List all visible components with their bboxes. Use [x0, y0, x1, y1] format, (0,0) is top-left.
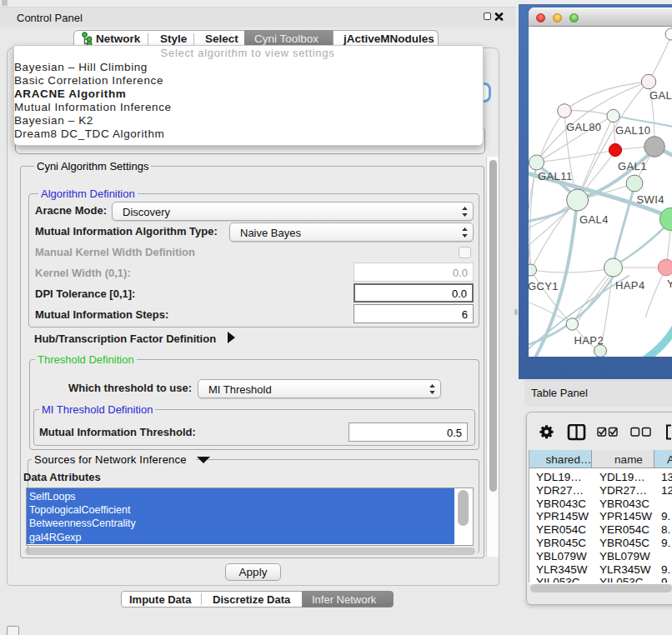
svg-text:SWI4: SWI4 [637, 193, 664, 206]
svg-text:GAL4: GAL4 [579, 213, 609, 226]
svg-text:HAP2: HAP2 [574, 334, 604, 347]
svg-text:Y: Y [667, 278, 672, 290]
svg-text:GAL2: GAL2 [649, 89, 672, 102]
svg-text:GAL1: GAL1 [618, 160, 647, 172]
svg-text:GAL11: GAL11 [538, 170, 573, 182]
svg-text:GAL80: GAL80 [566, 121, 601, 133]
svg-text:GCY1: GCY1 [529, 280, 559, 292]
svg-text:GAL10: GAL10 [615, 124, 650, 137]
svg-text:HAP4: HAP4 [615, 279, 645, 292]
